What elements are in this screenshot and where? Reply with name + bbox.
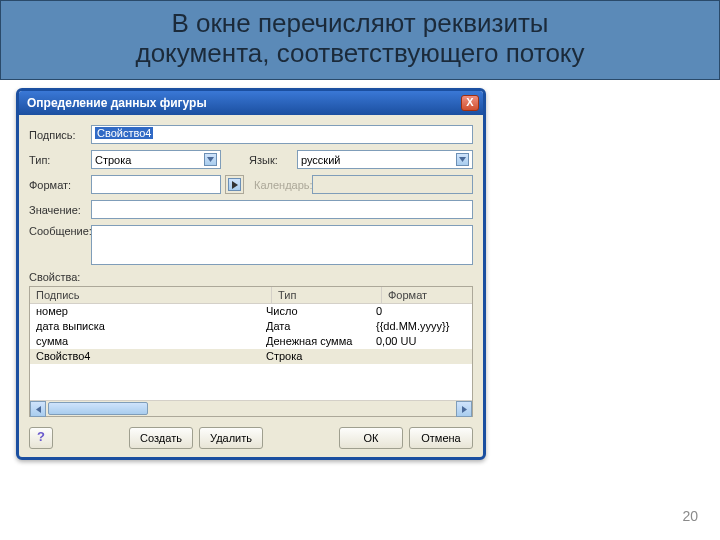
table-row[interactable]: номер Число 0 [30,304,472,319]
help-button[interactable]: ? [29,427,53,449]
svg-marker-2 [232,181,238,189]
value-label: Значение: [29,204,91,216]
page-number: 20 [682,508,698,524]
chevron-down-icon [204,153,217,166]
table-row[interactable]: дата выписка Дата {{dd.MM.yyyy}} [30,319,472,334]
slide-header-line1: В окне перечисляют реквизиты [7,9,713,39]
grid-header: Подпись Тип Формат [30,287,472,304]
calendar-combo [312,175,473,194]
scroll-right-button[interactable] [456,401,472,417]
horizontal-scrollbar[interactable] [30,400,472,416]
cancel-button[interactable]: Отмена [409,427,473,449]
scroll-track[interactable] [46,401,456,416]
properties-label: Свойства: [29,271,473,283]
caption-input[interactable]: Свойство4 [91,125,473,144]
ok-button[interactable]: ОК [339,427,403,449]
caption-value: Свойство4 [95,127,153,139]
svg-marker-3 [36,406,41,413]
calendar-label: Календарь: [254,179,312,191]
format-combo[interactable] [91,175,221,194]
message-textarea[interactable] [91,225,473,265]
close-button[interactable]: X [461,95,479,111]
cell-type: Денежная сумма [266,334,376,349]
slide-header-line2: документа, соответствующего потоку [7,39,713,69]
scroll-thumb[interactable] [48,402,148,415]
chevron-down-icon [456,153,469,166]
cell-type: Число [266,304,376,319]
cell-type: Дата [266,319,376,334]
format-label: Формат: [29,179,91,191]
cell-caption: сумма [36,334,266,349]
shape-data-dialog: Определение данных фигуры X Подпись: Сво… [16,88,486,460]
type-label: Тип: [29,154,91,166]
type-value: Строка [95,154,131,166]
type-combo[interactable]: Строка [91,150,221,169]
titlebar[interactable]: Определение данных фигуры X [19,91,483,115]
properties-grid: Подпись Тип Формат номер Число 0 дата вы… [29,286,473,417]
col-caption[interactable]: Подпись [30,287,272,303]
cell-caption: номер [36,304,266,319]
language-value: русский [301,154,340,166]
caption-label: Подпись: [29,129,91,141]
create-button[interactable]: Создать [129,427,193,449]
cell-caption: дата выписка [36,319,266,334]
cell-format: 0,00 UU [376,334,466,349]
grid-body: номер Число 0 дата выписка Дата {{dd.MM.… [30,304,472,400]
table-row-selected[interactable]: Свойство4 Строка [30,349,472,364]
language-combo[interactable]: русский [297,150,473,169]
cell-format [376,349,466,364]
slide-header: В окне перечисляют реквизиты документа, … [0,0,720,80]
dialog-body: Подпись: Свойство4 Тип: Строка Язык: рус… [19,115,483,457]
scroll-left-button[interactable] [30,401,46,417]
language-label: Язык: [249,154,297,166]
grid-empty-area [30,364,472,400]
svg-marker-4 [462,406,467,413]
cell-type: Строка [266,349,376,364]
format-picker-button[interactable] [225,175,244,194]
cell-caption: Свойство4 [36,349,266,364]
message-label: Сообщение: [29,225,91,237]
svg-marker-0 [207,157,214,162]
svg-marker-1 [459,157,466,162]
button-bar: ? Создать Удалить ОК Отмена [29,425,473,451]
value-input[interactable] [91,200,473,219]
col-format[interactable]: Формат [382,287,472,303]
dialog-title: Определение данных фигуры [27,96,207,110]
play-icon [228,178,241,191]
cell-format: {{dd.MM.yyyy}} [376,319,466,334]
col-type[interactable]: Тип [272,287,382,303]
cell-format: 0 [376,304,466,319]
table-row[interactable]: сумма Денежная сумма 0,00 UU [30,334,472,349]
delete-button[interactable]: Удалить [199,427,263,449]
